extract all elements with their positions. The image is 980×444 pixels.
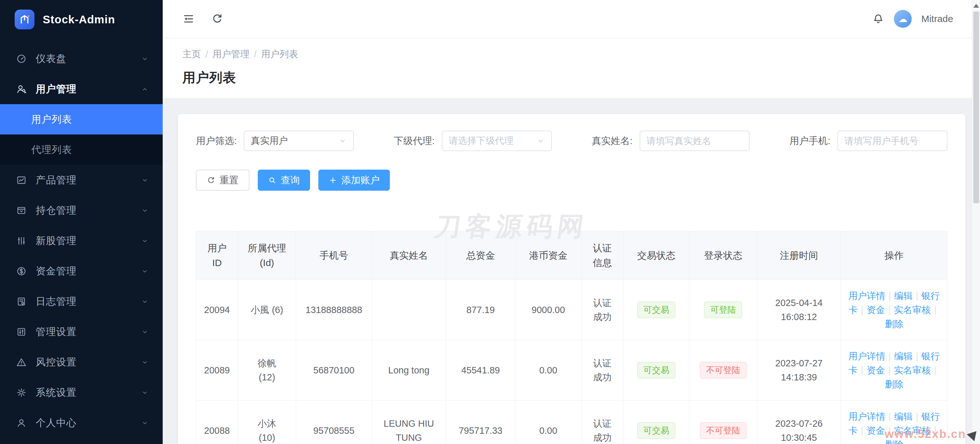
action-link-1[interactable]: 编辑: [894, 291, 913, 301]
user-avatar[interactable]: ☁: [894, 10, 912, 28]
watermark-corner: www.52xb.cn: [885, 427, 966, 441]
sidebar-item-1[interactable]: 用户管理: [0, 74, 163, 104]
search-button[interactable]: 查询: [258, 169, 310, 191]
action-link-3[interactable]: 资金: [866, 305, 885, 315]
filter-input[interactable]: [640, 131, 750, 151]
action-link-1[interactable]: 编辑: [894, 411, 913, 422]
breadcrumb-item[interactable]: 用户列表: [261, 48, 298, 61]
table-cell: Long tong: [372, 340, 445, 401]
table-header-cell: 总资金: [446, 231, 515, 280]
collapse-sidebar-icon[interactable]: [183, 13, 195, 25]
table-header-cell: 用户 ID: [196, 231, 238, 280]
add-account-button[interactable]: 添加账户: [318, 169, 390, 191]
trade-status-badge: 可交易: [637, 302, 675, 318]
sidebar-item-label: 系统设置: [36, 386, 141, 399]
action-link-4[interactable]: 实名审核: [894, 365, 931, 375]
table-header-cell: 登录状态: [689, 231, 757, 280]
chevron-down-icon: [141, 176, 149, 184]
sidebar-item-label: 风控设置: [36, 356, 141, 369]
action-link-5[interactable]: 删除: [885, 319, 904, 329]
action-link-3[interactable]: 资金: [866, 425, 885, 436]
scrollbar-up-arrow[interactable]: [973, 4, 979, 8]
table-cell: 0.00: [515, 401, 581, 444]
sidebar-item-0[interactable]: 仪表盘: [0, 43, 163, 74]
sidebar-item-10[interactable]: 个人中心: [0, 407, 163, 438]
admin-settings-icon: [16, 326, 27, 337]
filter-select[interactable]: 请选择下级代理: [442, 131, 552, 151]
select-value: 真实用户: [251, 134, 288, 147]
table-cell: 小沐 (10): [238, 401, 296, 444]
table-header-cell: 港币资金: [515, 231, 581, 280]
sidebar-item-4[interactable]: 新股管理: [0, 225, 163, 256]
action-separator: |: [861, 365, 864, 375]
breadcrumb-separator: /: [254, 49, 256, 60]
profile-person-icon: [16, 417, 27, 428]
breadcrumb-item[interactable]: 用户管理: [212, 48, 250, 61]
chevron-down-icon: [536, 137, 545, 145]
refresh-icon[interactable]: [211, 13, 223, 25]
sidebar-item-label: 个人中心: [36, 416, 141, 430]
text-input[interactable]: [845, 136, 940, 146]
sidebar-item-8[interactable]: 风控设置: [0, 347, 163, 377]
chevron-down-icon: [141, 358, 149, 366]
table-cell: 认证 成功: [581, 401, 623, 444]
scrollbar[interactable]: [972, 0, 980, 444]
notification-bell-icon[interactable]: [872, 13, 884, 25]
chevron-down-icon: [141, 389, 149, 396]
login-status-cell: 不可登陆: [689, 401, 757, 444]
action-link-4[interactable]: 实名审核: [894, 305, 931, 315]
sidebar-subitem[interactable]: 用户列表: [0, 104, 163, 134]
chevron-down-icon: [339, 137, 347, 145]
sidebar: Stock-Admin 仪表盘用户管理用户列表代理列表产品管理持仓管理新股管理资…: [0, 0, 163, 444]
breadcrumb-item[interactable]: 主页: [183, 48, 201, 61]
sidebar-item-9[interactable]: 系统设置: [0, 377, 163, 407]
sidebar-subitem[interactable]: 代理列表: [0, 134, 163, 165]
trade-status-badge: 可交易: [637, 362, 675, 379]
table-cell: LEUNG HIU TUNG: [372, 401, 445, 444]
app-title: Stock-Admin: [43, 13, 115, 26]
filter-input[interactable]: [837, 131, 947, 151]
table-cell: 56870100: [296, 340, 372, 401]
text-input[interactable]: [647, 136, 743, 146]
filter-select[interactable]: 真实用户: [244, 131, 354, 151]
sidebar-item-5[interactable]: 资金管理: [0, 256, 163, 286]
action-link-3[interactable]: 资金: [866, 365, 885, 375]
filter-group-3: 用户手机:: [789, 131, 947, 151]
table-body: 20094小風 (6)13188888888877.199000.00认证 成功…: [196, 280, 947, 444]
actions-cell: 用户详情|编辑|银行卡|资金|实名审核|删除: [841, 340, 947, 401]
actions-cell: 用户详情|编辑|银行卡|资金|实名审核|删除: [841, 280, 947, 340]
filter-label: 真实姓名:: [592, 134, 632, 148]
action-link-0[interactable]: 用户详情: [848, 411, 885, 422]
table-cell: 13188888888: [296, 280, 372, 340]
reset-label: 重置: [220, 174, 239, 187]
table-header-cell: 交易状态: [624, 231, 689, 280]
sidebar-item-label: 用户管理: [36, 82, 141, 96]
action-separator: |: [916, 291, 918, 301]
trade-status-badge: 可交易: [637, 422, 675, 439]
topbar-username[interactable]: Mitrade: [921, 13, 953, 24]
select-value: 请选择下级代理: [449, 134, 514, 147]
action-link-1[interactable]: 编辑: [894, 351, 913, 361]
table-header-cell: 手机号: [296, 231, 372, 280]
table-cell: 认证 成功: [581, 280, 623, 340]
action-link-0[interactable]: 用户详情: [848, 291, 885, 301]
trade-status-cell: 可交易: [624, 280, 689, 340]
sidebar-item-2[interactable]: 产品管理: [0, 165, 163, 195]
login-status-cell: 不可登陆: [689, 340, 757, 401]
table-row: 20088小沐 (10)95708555LEUNG HIU TUNG795717…: [196, 401, 947, 444]
sidebar-item-3[interactable]: 持仓管理: [0, 195, 163, 225]
reset-button[interactable]: 重置: [196, 169, 250, 191]
sidebar-submenu: 用户列表代理列表: [0, 104, 163, 165]
action-link-0[interactable]: 用户详情: [848, 351, 885, 361]
sidebar-item-7[interactable]: 管理设置: [0, 316, 163, 347]
app-logo: Stock-Admin: [0, 0, 163, 39]
content-card: 用户筛选:真实用户下级代理:请选择下级代理真实姓名:用户手机: 重置: [178, 114, 965, 444]
action-separator: |: [934, 305, 937, 315]
table-cell: 795717.33: [446, 401, 515, 444]
system-gear-icon: [16, 387, 27, 398]
register-time-cell: 2025-04-14 16:08:12: [757, 280, 841, 340]
sidebar-item-6[interactable]: 日志管理: [0, 286, 163, 316]
filter-bar: 用户筛选:真实用户下级代理:请选择下级代理真实姓名:用户手机:: [196, 131, 947, 151]
scrollbar-thumb[interactable]: [973, 11, 979, 203]
action-link-5[interactable]: 删除: [885, 379, 904, 390]
